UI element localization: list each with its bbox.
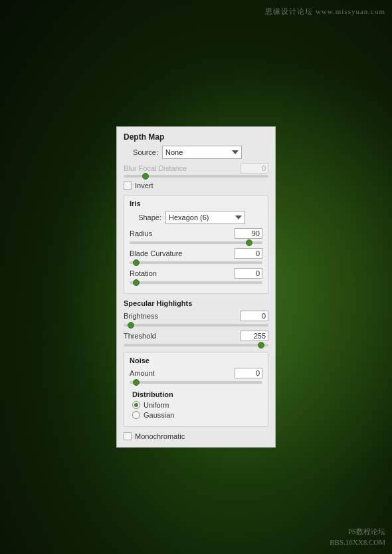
shape-row: Shape: Hexagon (6) bbox=[130, 211, 262, 224]
iris-title: Iris bbox=[130, 200, 262, 208]
monochromatic-label: Monochromatic bbox=[135, 432, 185, 440]
distribution-title: Distribution bbox=[130, 390, 262, 398]
rotation-input[interactable] bbox=[235, 268, 262, 279]
gaussian-row[interactable]: Gaussian bbox=[130, 411, 262, 419]
radius-label: Radius bbox=[130, 229, 235, 237]
monochromatic-row: Monochromatic bbox=[124, 432, 268, 440]
monochromatic-checkbox[interactable] bbox=[124, 432, 132, 440]
amount-slider[interactable] bbox=[130, 381, 262, 384]
blur-focal-row: Blur Focal Distance bbox=[124, 163, 268, 174]
noise-title: Noise bbox=[130, 356, 262, 364]
brightness-input[interactable] bbox=[241, 311, 268, 321]
threshold-row: Threshold bbox=[124, 331, 268, 341]
rotation-slider[interactable] bbox=[130, 281, 262, 284]
brightness-row: Brightness bbox=[124, 311, 268, 321]
depth-map-title: Depth Map bbox=[124, 132, 268, 142]
blade-curvature-label: Blade Curvature bbox=[130, 249, 235, 257]
uniform-radio[interactable] bbox=[132, 401, 140, 409]
radius-thumb bbox=[246, 239, 252, 246]
blade-curvature-slider[interactable] bbox=[130, 261, 262, 264]
brightness-thumb bbox=[128, 322, 134, 329]
main-panel: Depth Map Source: None Blur Focal Distan… bbox=[116, 126, 276, 448]
amount-row: Amount bbox=[130, 368, 262, 378]
source-row: Source: None bbox=[124, 146, 268, 159]
blur-focal-slider[interactable] bbox=[124, 175, 268, 178]
brightness-label: Brightness bbox=[124, 312, 241, 320]
specular-section: Specular Highlights Brightness Threshold bbox=[124, 299, 268, 346]
blur-focal-input[interactable] bbox=[241, 163, 268, 174]
invert-label: Invert bbox=[135, 182, 153, 190]
threshold-slider[interactable] bbox=[124, 344, 268, 346]
blur-focal-label: Blur Focal Distance bbox=[124, 164, 241, 172]
uniform-label: Uniform bbox=[144, 401, 169, 409]
blade-curvature-input[interactable] bbox=[235, 248, 262, 259]
watermark-bottom-line2: BBS.16XX8.COM bbox=[330, 537, 385, 547]
threshold-input[interactable] bbox=[241, 331, 268, 341]
source-label: Source: bbox=[124, 148, 158, 156]
radius-slider[interactable] bbox=[130, 241, 262, 244]
radius-row: Radius bbox=[130, 228, 262, 239]
threshold-label: Threshold bbox=[124, 332, 241, 340]
blade-curvature-thumb bbox=[133, 259, 140, 266]
panel-container: Depth Map Source: None Blur Focal Distan… bbox=[116, 126, 276, 448]
amount-input[interactable] bbox=[235, 368, 262, 378]
gaussian-label: Gaussian bbox=[144, 411, 174, 419]
rotation-thumb bbox=[133, 279, 140, 286]
amount-label: Amount bbox=[130, 369, 235, 377]
invert-checkbox[interactable] bbox=[124, 182, 132, 190]
amount-thumb bbox=[133, 379, 140, 386]
distribution-section: Distribution Uniform Gaussian bbox=[130, 388, 262, 419]
rotation-label: Rotation bbox=[130, 269, 235, 277]
gaussian-radio[interactable] bbox=[132, 411, 140, 419]
iris-section: Iris Shape: Hexagon (6) Radius Blade Cur… bbox=[124, 195, 268, 294]
shape-dropdown[interactable]: Hexagon (6) bbox=[165, 211, 245, 224]
specular-title: Specular Highlights bbox=[124, 299, 268, 307]
radius-input[interactable] bbox=[235, 228, 262, 239]
threshold-thumb bbox=[258, 342, 264, 348]
noise-section: Noise Amount Distribution Uniform Gaussi… bbox=[124, 352, 268, 427]
shape-label: Shape: bbox=[130, 213, 161, 221]
brightness-slider[interactable] bbox=[124, 324, 268, 327]
uniform-row[interactable]: Uniform bbox=[130, 401, 262, 409]
blur-focal-thumb bbox=[142, 173, 149, 180]
blade-curvature-row: Blade Curvature bbox=[130, 248, 262, 259]
invert-row: Invert bbox=[124, 182, 268, 190]
watermark-bottom: PS数程论坛 BBS.16XX8.COM bbox=[330, 527, 385, 547]
rotation-row: Rotation bbox=[130, 268, 262, 279]
watermark-bottom-line1: PS数程论坛 bbox=[330, 527, 385, 537]
watermark-top: 思缘设计论坛 www.missyuan.com bbox=[265, 7, 385, 17]
source-dropdown[interactable]: None bbox=[162, 146, 242, 159]
